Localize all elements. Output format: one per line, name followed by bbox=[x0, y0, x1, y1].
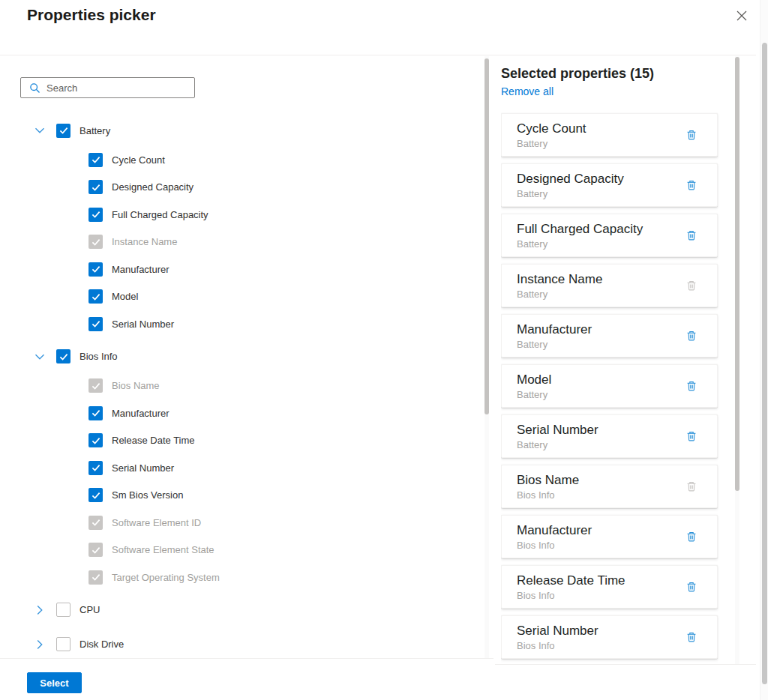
card-text: Serial NumberBios Info bbox=[502, 623, 684, 651]
card-title: Full Charged Capacity bbox=[517, 221, 684, 237]
tree-item-full-charged-capacity[interactable]: Full Charged Capacity bbox=[0, 201, 484, 229]
tree-group-battery[interactable]: Battery bbox=[0, 115, 484, 146]
card-category: Battery bbox=[517, 389, 684, 400]
item-checkbox[interactable] bbox=[88, 433, 103, 447]
search-icon bbox=[29, 82, 40, 94]
card-category: Battery bbox=[517, 188, 684, 199]
delete-icon[interactable] bbox=[684, 429, 699, 444]
card-title: Designed Capacity bbox=[517, 171, 684, 187]
tree-item-designed-capacity[interactable]: Designed Capacity bbox=[0, 174, 484, 202]
check-icon bbox=[90, 154, 102, 166]
delete-icon[interactable] bbox=[684, 579, 699, 594]
card-title: Serial Number bbox=[517, 422, 684, 438]
delete-icon[interactable] bbox=[684, 378, 699, 393]
tree-group-disk-drive[interactable]: Disk Drive bbox=[0, 629, 484, 659]
delete-icon bbox=[684, 479, 699, 494]
card-title: Release Date Time bbox=[517, 573, 684, 588]
tree-item-label: Release Date Time bbox=[112, 435, 195, 446]
delete-icon[interactable] bbox=[684, 630, 699, 645]
card-text: Bios NameBios Info bbox=[502, 472, 684, 500]
chevron-right-icon[interactable] bbox=[33, 604, 46, 616]
selected-property-card: Release Date TimeBios Info bbox=[501, 565, 718, 609]
tree-item-release-date-time[interactable]: Release Date Time bbox=[0, 427, 484, 455]
chevron-down-icon[interactable] bbox=[33, 124, 46, 136]
tree-item-label: Model bbox=[112, 291, 138, 302]
tree-item-cycle-count[interactable]: Cycle Count bbox=[0, 146, 484, 174]
tree-item-label: Cycle Count bbox=[112, 154, 165, 166]
select-button[interactable]: Select bbox=[27, 672, 82, 693]
item-checkbox[interactable] bbox=[88, 208, 103, 222]
search-box[interactable] bbox=[20, 77, 195, 98]
group-checkbox[interactable] bbox=[56, 349, 70, 363]
left-scrollbar-thumb[interactable] bbox=[484, 58, 489, 414]
item-checkbox[interactable] bbox=[88, 262, 103, 277]
card-text: ManufacturerBios Info bbox=[502, 522, 684, 550]
tree-item-manufacturer[interactable]: Manufacturer bbox=[0, 256, 484, 283]
left-panel-scrollbar[interactable] bbox=[484, 56, 489, 658]
tree-item-software-element-state: Software Element State bbox=[0, 537, 484, 564]
page-scrollbar-thumb[interactable] bbox=[762, 43, 767, 684]
search-input[interactable] bbox=[46, 82, 182, 94]
group-checkbox[interactable] bbox=[56, 637, 70, 651]
tree-item-label: Bios Name bbox=[112, 380, 160, 391]
tree-item-label: Instance Name bbox=[112, 236, 177, 247]
check-icon bbox=[90, 516, 102, 528]
page-scrollbar[interactable] bbox=[760, 0, 768, 700]
item-checkbox[interactable] bbox=[88, 153, 103, 167]
check-icon bbox=[58, 351, 70, 363]
delete-icon[interactable] bbox=[684, 127, 699, 142]
item-checkbox[interactable] bbox=[88, 488, 103, 502]
chevron-down-icon bbox=[34, 124, 46, 136]
tree-group-label: Bios Info bbox=[80, 351, 118, 362]
selected-property-card: Serial NumberBattery bbox=[501, 414, 718, 458]
right-scrollbar-thumb[interactable] bbox=[735, 57, 740, 491]
tree-item-label: Software Element ID bbox=[112, 517, 201, 528]
chevron-right-icon[interactable] bbox=[33, 639, 46, 651]
delete-icon[interactable] bbox=[684, 529, 699, 544]
card-category: Battery bbox=[517, 238, 684, 250]
selected-property-card: Instance NameBattery bbox=[501, 264, 718, 307]
card-text: ManufacturerBattery bbox=[502, 322, 684, 349]
check-icon bbox=[90, 208, 102, 220]
tree-item-model[interactable]: Model bbox=[0, 283, 484, 311]
page-title: Properties picker bbox=[27, 6, 156, 24]
check-icon bbox=[90, 435, 102, 447]
selected-property-card: ModelBattery bbox=[501, 364, 718, 408]
trash-icon bbox=[686, 280, 698, 292]
properties-picker-dialog: Properties picker BatteryCycle CountDesi… bbox=[0, 0, 768, 700]
delete-icon[interactable] bbox=[684, 178, 699, 193]
card-title: Model bbox=[517, 372, 684, 387]
item-checkbox[interactable] bbox=[88, 406, 103, 420]
tree-item-sm-bios-version[interactable]: Sm Bios Version bbox=[0, 482, 484, 510]
trash-icon bbox=[686, 631, 698, 643]
chevron-down-icon[interactable] bbox=[33, 351, 46, 363]
delete-icon[interactable] bbox=[684, 228, 699, 243]
remove-all-link[interactable]: Remove all bbox=[501, 85, 554, 97]
item-checkbox[interactable] bbox=[88, 317, 103, 331]
item-checkbox[interactable] bbox=[88, 461, 103, 475]
trash-icon bbox=[686, 430, 698, 442]
card-category: Bios Info bbox=[517, 590, 684, 601]
close-icon[interactable] bbox=[734, 7, 750, 24]
card-text: ModelBattery bbox=[502, 372, 684, 399]
card-category: Battery bbox=[517, 138, 684, 149]
tree-item-serial-number[interactable]: Serial Number bbox=[0, 454, 484, 482]
card-text: Instance NameBattery bbox=[502, 271, 684, 299]
card-category: Battery bbox=[517, 339, 684, 350]
item-checkbox[interactable] bbox=[88, 289, 103, 304]
group-checkbox[interactable] bbox=[56, 124, 70, 138]
card-category: Bios Info bbox=[517, 640, 684, 651]
delete-icon[interactable] bbox=[684, 328, 699, 343]
card-title: Manufacturer bbox=[517, 322, 684, 337]
tree-item-serial-number[interactable]: Serial Number bbox=[0, 310, 484, 338]
item-checkbox[interactable] bbox=[88, 180, 103, 194]
check-icon bbox=[90, 318, 102, 330]
selected-property-card: ManufacturerBios Info bbox=[501, 515, 718, 558]
group-checkbox[interactable] bbox=[56, 603, 70, 617]
right-panel-scrollbar[interactable] bbox=[735, 56, 740, 664]
tree-group-cpu[interactable]: CPU bbox=[0, 594, 484, 626]
card-category: Battery bbox=[517, 289, 684, 300]
tree-group-bios-info[interactable]: Bios Info bbox=[0, 341, 484, 372]
tree-item-manufacturer[interactable]: Manufacturer bbox=[0, 399, 484, 427]
tree-item-label: Full Charged Capacity bbox=[112, 209, 208, 220]
